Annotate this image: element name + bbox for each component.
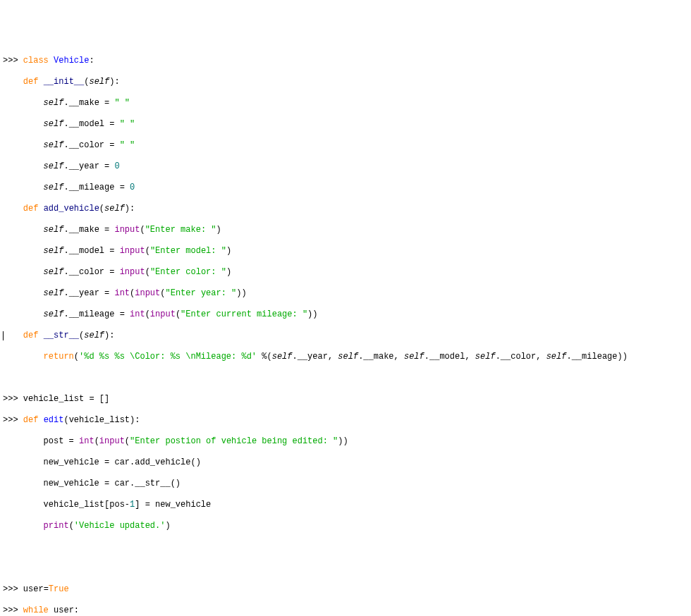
code-line: new_vehicle = car.__str__(): [3, 479, 688, 489]
blank-line: [3, 542, 688, 553]
code-line: vehicle_list[pos-1] = new_vehicle: [3, 500, 688, 510]
code-line: new_vehicle = car.add_vehicle(): [3, 457, 688, 468]
code-line: return('%d %s %s \Color: %s \nMileage: %…: [3, 352, 688, 362]
code-line: def add_vehicle(self):: [3, 204, 688, 214]
blank-line: [3, 373, 688, 383]
code-line: def __str__(self):: [3, 331, 688, 341]
code-line: print('Vehicle updated.'): [3, 521, 688, 531]
code-line: post = int(input("Enter postion of vehic…: [3, 436, 688, 447]
code-line: self.__year = int(input("Enter year: ")): [3, 288, 688, 299]
code-line: self.__model = input("Enter model: "): [3, 246, 688, 257]
code-line: >>> vehicle_list = []: [3, 394, 688, 405]
code-line: self.__color = " ": [3, 140, 688, 151]
code-line: self.__year = 0: [3, 161, 688, 172]
code-line: def __init__(self):: [3, 77, 688, 87]
code-line: self.__model = " ": [3, 119, 688, 130]
repl-prompt: >>>: [3, 56, 23, 66]
code-line: self.__color = input("Enter color: "): [3, 267, 688, 278]
code-line: self.__mileage = int(input("Enter curren…: [3, 309, 688, 320]
code-line: >>> class Vehicle:: [3, 56, 688, 66]
code-line: >>> def edit(vehicle_list):: [3, 415, 688, 426]
code-line: >>> user=True: [3, 584, 688, 595]
code-line: self.__make = input("Enter make: "): [3, 225, 688, 235]
blank-line: [3, 563, 688, 574]
text-cursor: [3, 331, 4, 340]
code-line: >>> while user:: [3, 605, 688, 616]
code-line: self.__mileage = 0: [3, 183, 688, 193]
code-block: >>> class Vehicle: def __init__(self): s…: [3, 45, 688, 616]
code-line: self.__make = " ": [3, 98, 688, 109]
